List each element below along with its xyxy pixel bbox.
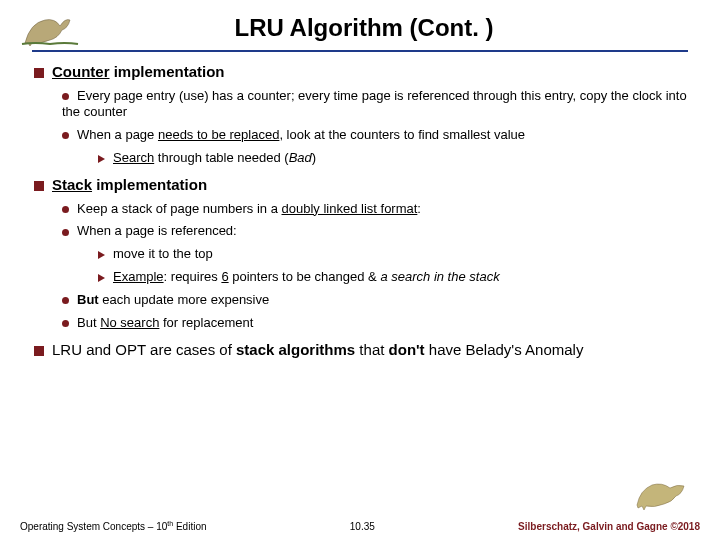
final-bullet: LRU and OPT are cases of stack algorithm… bbox=[34, 340, 700, 360]
dino-big-icon bbox=[632, 470, 692, 512]
sub-text: through table needed ( bbox=[154, 150, 288, 165]
sub-bullet-item: move it to the top bbox=[98, 246, 700, 263]
sub-text: pointers to be changed & bbox=[229, 269, 381, 284]
bullet-text: , look at the counters to find smallest … bbox=[279, 127, 525, 142]
arrow-bullet-icon bbox=[98, 274, 105, 282]
sub-underline: Search bbox=[113, 150, 154, 165]
bullet-text: Every page entry (use) has a counter; ev… bbox=[62, 88, 687, 120]
arrow-bullet-icon bbox=[98, 251, 105, 259]
title-row: LRU Algorithm (Cont. ) bbox=[20, 8, 700, 48]
footer-text: Edition bbox=[173, 521, 206, 532]
bullet-item: Keep a stack of page numbers in a doubly… bbox=[62, 201, 700, 218]
bullet-underline: doubly linked list format bbox=[282, 201, 418, 216]
bullet-text: But bbox=[77, 315, 100, 330]
bullet-text: When a page is referenced: bbox=[77, 223, 237, 238]
sub-italic: Bad bbox=[289, 150, 312, 165]
dino-small-icon bbox=[20, 8, 80, 48]
sub-text: ) bbox=[312, 150, 316, 165]
bullet-item: But No search for replacement bbox=[62, 315, 700, 332]
bullet-text: : bbox=[417, 201, 421, 216]
bullet-underline: needs to be replaced bbox=[158, 127, 279, 142]
title-rule bbox=[32, 50, 688, 52]
footer-right: Silberschatz, Galvin and Gagne ©2018 bbox=[518, 521, 700, 532]
slide-title: LRU Algorithm (Cont. ) bbox=[88, 14, 640, 42]
sub-italic: a search in the stack bbox=[380, 269, 499, 284]
slide: LRU Algorithm (Cont. ) Counter implement… bbox=[0, 0, 720, 403]
final-bold: don't bbox=[389, 341, 425, 358]
square-bullet-icon bbox=[34, 346, 44, 356]
dot-bullet-icon bbox=[62, 320, 69, 327]
bullet-item: But each update more expensive bbox=[62, 292, 700, 309]
bullet-item: When a page needs to be replaced, look a… bbox=[62, 127, 700, 144]
heading-text: implementation bbox=[110, 63, 225, 80]
footer-center: 10.35 bbox=[207, 521, 519, 532]
bullet-item: Every page entry (use) has a counter; ev… bbox=[62, 88, 700, 122]
final-text: that bbox=[355, 341, 388, 358]
arrow-bullet-icon bbox=[98, 155, 105, 163]
bullet-text: for replacement bbox=[159, 315, 253, 330]
sub-bullet-item: Example: requires 6 pointers to be chang… bbox=[98, 269, 700, 286]
sub-bullet-item: Search through table needed (Bad) bbox=[98, 150, 700, 167]
final-text: have Belady's Anomaly bbox=[425, 341, 584, 358]
sub-underline: Example bbox=[113, 269, 164, 284]
bullet-underline: No search bbox=[100, 315, 159, 330]
dot-bullet-icon bbox=[62, 93, 69, 100]
footer-left: Operating System Concepts – 10th Edition bbox=[20, 520, 207, 532]
dot-bullet-icon bbox=[62, 297, 69, 304]
footer-text: Operating System Concepts – 10 bbox=[20, 521, 167, 532]
sub-underline: 6 bbox=[221, 269, 228, 284]
final-text: LRU and OPT are cases of bbox=[52, 341, 236, 358]
sub-text: : requires bbox=[164, 269, 222, 284]
footer: Operating System Concepts – 10th Edition… bbox=[20, 520, 700, 532]
bullet-item: When a page is referenced: bbox=[62, 223, 700, 240]
heading-text: implementation bbox=[92, 176, 207, 193]
heading-underline: Stack bbox=[52, 176, 92, 193]
dot-bullet-icon bbox=[62, 132, 69, 139]
bullet-text: When a page bbox=[77, 127, 158, 142]
square-bullet-icon bbox=[34, 181, 44, 191]
heading-underline: Counter bbox=[52, 63, 110, 80]
bullet-text: each update more expensive bbox=[99, 292, 270, 307]
bullet-bold: But bbox=[77, 292, 99, 307]
final-bold: stack algorithms bbox=[236, 341, 355, 358]
section-heading: Counter implementation bbox=[34, 62, 700, 82]
square-bullet-icon bbox=[34, 68, 44, 78]
section-heading: Stack implementation bbox=[34, 175, 700, 195]
dot-bullet-icon bbox=[62, 206, 69, 213]
bullet-text: Keep a stack of page numbers in a bbox=[77, 201, 282, 216]
dot-bullet-icon bbox=[62, 229, 69, 236]
sub-text: move it to the top bbox=[113, 246, 213, 261]
